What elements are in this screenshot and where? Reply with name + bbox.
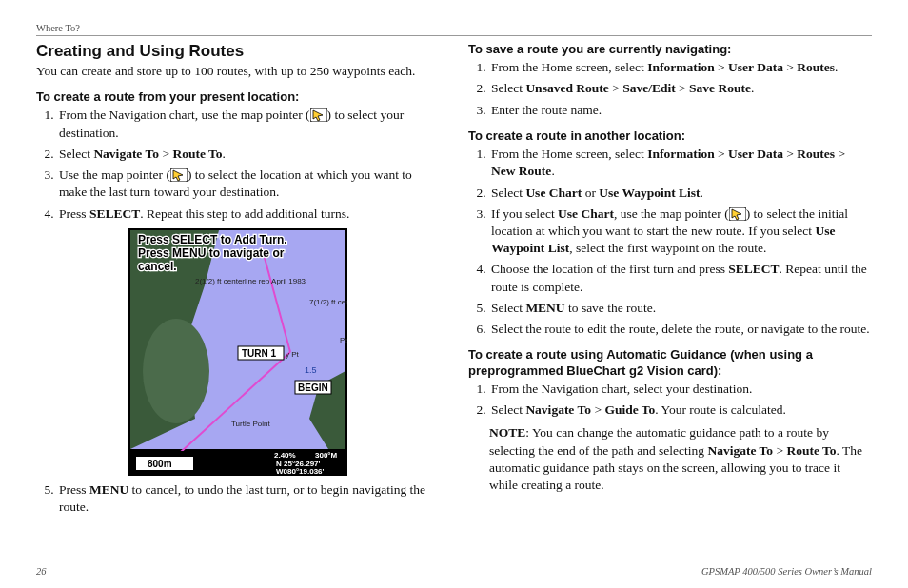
- text: Select: [59, 147, 93, 161]
- text: .: [701, 186, 703, 200]
- list-item: Select Use Chart or Use Waypoint List.: [489, 185, 872, 202]
- bold: Route To: [172, 147, 222, 161]
- list-item: Press SELECT. Repeat this step to add ad…: [57, 206, 440, 223]
- list-item: Select Navigate To > Route To.: [57, 146, 440, 163]
- text: >: [591, 402, 604, 417]
- intro-text: You can create and store up to 100 route…: [36, 63, 440, 80]
- text: . Your route is calculated.: [655, 402, 786, 417]
- svg-point-3: [143, 319, 209, 423]
- map-pointer-icon: [310, 108, 327, 122]
- bold: Use Chart: [558, 206, 614, 221]
- bold: Save Route: [689, 81, 751, 95]
- text: Select: [491, 81, 525, 95]
- svg-text:BEGIN: BEGIN: [298, 382, 328, 393]
- svg-text:y Pt: y Pt: [286, 350, 300, 359]
- svg-text:Pe: Pe: [340, 336, 347, 344]
- text: >: [159, 147, 172, 161]
- bold: Information: [647, 60, 715, 74]
- left-column: Creating and Using Routes You can create…: [36, 40, 440, 559]
- right-steps-c: From the Navigation chart, select your d…: [468, 381, 872, 419]
- svg-text:W080°19.036': W080°19.036': [276, 467, 325, 476]
- list-item: Choose the location of the first turn an…: [489, 261, 872, 295]
- text: >: [715, 60, 728, 74]
- bold: User Data: [728, 60, 783, 74]
- right-column: To save a route you are currently naviga…: [468, 40, 872, 559]
- svg-text:Turtle Point: Turtle Point: [231, 420, 270, 428]
- bold: Route To: [786, 443, 836, 458]
- list-item: Select the route to edit the route, dele…: [489, 321, 872, 338]
- svg-text:cancel.: cancel.: [138, 260, 177, 273]
- bold: Information: [647, 147, 715, 161]
- text: >: [773, 443, 786, 458]
- right-heading-2: To create a route in another location:: [468, 128, 872, 144]
- text: .: [551, 164, 554, 178]
- bold: Routes: [797, 147, 835, 161]
- text: or: [582, 186, 599, 200]
- left-steps-part1: From the Navigation chart, use the map p…: [36, 107, 440, 222]
- bold: Navigate To: [707, 443, 773, 458]
- svg-text:Press SELECT to Add Turn.: Press SELECT to Add Turn.: [138, 233, 287, 246]
- text: , use the map pointer (: [614, 206, 729, 221]
- list-item: Select Unsaved Route > Save/Edit > Save …: [489, 80, 872, 97]
- text: From the Home screen, select: [491, 60, 647, 74]
- content-columns: Creating and Using Routes You can create…: [36, 40, 872, 559]
- text: to save the route.: [565, 301, 657, 315]
- text: Select: [491, 186, 525, 200]
- text: Press: [59, 206, 89, 221]
- text: From the Navigation chart, use the map p…: [59, 108, 310, 122]
- bold: SELECT: [728, 262, 779, 276]
- bold: New Route: [491, 164, 551, 178]
- list-item: Select Navigate To > Guide To. Your rout…: [489, 402, 872, 419]
- list-item: Enter the route name.: [489, 102, 872, 119]
- bold: Use Chart: [525, 186, 582, 200]
- list-item: If you select Use Chart, use the map poi…: [489, 206, 872, 258]
- svg-text:2(1/2) ft centerline rep April: 2(1/2) ft centerline rep April 1983: [195, 277, 306, 285]
- list-item: From the Navigation chart, use the map p…: [57, 107, 440, 141]
- bold: Navigate To: [93, 147, 159, 161]
- list-item: Press MENU to cancel, to undo the last t…: [57, 481, 440, 516]
- text: >: [835, 147, 845, 161]
- list-item: Select MENU to save the route.: [489, 300, 872, 317]
- svg-text:Press MENU to navigate or: Press MENU to navigate or: [138, 246, 285, 260]
- right-heading-3: To create a route using Automatic Guidan…: [468, 347, 872, 379]
- text: >: [783, 60, 797, 74]
- text: >: [715, 147, 728, 161]
- list-item: From the Home screen, select Information…: [489, 59, 872, 76]
- left-heading: To create a route from your present loca…: [36, 89, 440, 105]
- svg-text:7(1/2) ft cer: 7(1/2) ft cer: [309, 298, 347, 306]
- bold: Use Waypoint List: [599, 186, 700, 200]
- left-steps-part2: Press MENU to cancel, to undo the last t…: [36, 481, 440, 516]
- text: If you select: [491, 206, 558, 221]
- bold: MENU: [525, 301, 564, 315]
- route-screenshot: Press SELECT to Add Turn. Press MENU to …: [128, 228, 347, 476]
- text: .: [835, 60, 838, 74]
- text: Select: [491, 402, 525, 417]
- right-heading-1: To save a route you are currently naviga…: [468, 42, 872, 57]
- bold: User Data: [728, 147, 783, 161]
- section-title: Creating and Using Routes: [36, 42, 440, 61]
- footer-title: GPSMAP 400/500 Series Owner’s Manual: [701, 566, 872, 577]
- route-figure: Press SELECT to Add Turn. Press MENU to …: [36, 228, 440, 476]
- bold: NOTE: [489, 425, 525, 440]
- text: Press: [59, 482, 89, 497]
- list-item: From the Home screen, select Information…: [489, 146, 872, 180]
- text: >: [676, 81, 689, 95]
- bold: SELECT: [89, 206, 140, 221]
- text: . Repeat this step to add additional tur…: [140, 206, 349, 221]
- right-steps-b: From the Home screen, select Information…: [468, 146, 872, 338]
- svg-text:800m: 800m: [148, 459, 172, 469]
- running-head: Where To?: [36, 23, 872, 36]
- text: .: [223, 147, 226, 161]
- bold: Unsaved Route: [525, 81, 608, 95]
- text: From the Home screen, select: [491, 147, 647, 161]
- svg-text:2.40%: 2.40%: [274, 451, 296, 460]
- bold: Guide To: [604, 402, 655, 417]
- text: Select: [491, 301, 525, 315]
- text: , select the first waypoint on the route…: [569, 241, 766, 255]
- bold: Routes: [797, 60, 835, 74]
- text: >: [609, 81, 622, 95]
- page-number: 26: [36, 566, 47, 577]
- bold: Navigate To: [525, 402, 591, 417]
- text: .: [751, 81, 754, 95]
- svg-text:1.5: 1.5: [305, 365, 317, 375]
